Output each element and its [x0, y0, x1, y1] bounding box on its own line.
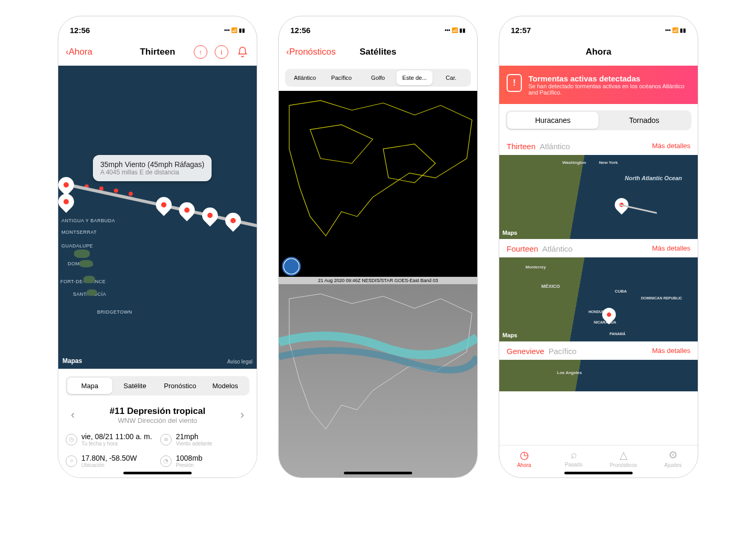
warning-icon: !: [507, 74, 522, 92]
stat-time: ◷vie, 08/21 11:00 a. m.Tu fecha y hora: [66, 432, 155, 446]
storm-mini-map[interactable]: Los Angeles: [499, 360, 698, 391]
satellite-image-visible[interactable]: 21 Aug 2020 09:46Z NESDIS/STAR GOES-East…: [279, 91, 477, 284]
seg-atlantico[interactable]: Atlántico: [287, 70, 323, 85]
back-button[interactable]: ‹ Ahora: [66, 47, 92, 57]
more-details-link[interactable]: Más detalles: [652, 244, 690, 253]
satellite-images: 21 Aug 2020 09:46Z NESDIS/STAR GOES-East…: [279, 91, 477, 477]
seg-huracanes[interactable]: Huracanes: [507, 112, 598, 129]
status-bar: 12:56 ••• 📶 ▮▮: [58, 16, 257, 38]
home-indicator: [344, 472, 412, 474]
storm-mini-map[interactable]: MÉXICO Monterrey CUBA DOMINICAN REPUBLIC…: [499, 257, 698, 341]
bell-icon[interactable]: [236, 45, 249, 59]
phone-screenshot-3: 12:57 ••• 📶 ▮▮ Ahora ! Tormentas activas…: [499, 16, 698, 478]
seg-este[interactable]: Este de...: [396, 70, 433, 85]
seg-pronostico[interactable]: Pronóstico: [158, 378, 203, 394]
alert-title: Tormentas activas detectadas: [528, 74, 690, 83]
apple-maps-credit: Mapas: [62, 357, 82, 365]
statusbar-indicators: ••• 📶 ▮▮: [445, 27, 466, 33]
legal-link[interactable]: Aviso legal: [227, 359, 253, 365]
statusbar-time: 12:57: [511, 26, 531, 35]
nav-bar: ‹ Ahora Thirteen ↑ i: [58, 38, 257, 66]
seg-mapa[interactable]: Mapa: [67, 378, 112, 394]
seg-car[interactable]: Car.: [433, 70, 469, 85]
status-bar: 12:57 ••• 📶 ▮▮: [499, 16, 698, 38]
nav-bar: ‹ Pronósticos Satélites: [279, 38, 477, 66]
storm-stats: ◷vie, 08/21 11:00 a. m.Tu fecha y hora ≋…: [66, 432, 249, 468]
statusbar-indicators: ••• 📶 ▮▮: [665, 27, 686, 33]
view-segmented-control: Mapa Satélite Pronóstico Modelos: [66, 376, 249, 396]
satellite-image-infrared[interactable]: [279, 284, 477, 477]
clock-icon: ◷: [499, 449, 549, 461]
more-details-link[interactable]: Más detalles: [652, 142, 690, 151]
statusbar-time: 12:56: [70, 26, 90, 35]
seg-pacifico[interactable]: Pacífico: [323, 70, 360, 85]
storm-type-segmented-control: Huracanes Tornados: [506, 110, 691, 130]
gear-icon: ⚙: [648, 449, 698, 461]
more-details-link[interactable]: Más detalles: [652, 347, 690, 356]
storm-list[interactable]: ThirteenAtlántico Más detalles Washingto…: [499, 137, 698, 445]
storm-name: Fourteen: [507, 244, 538, 253]
storm-ocean: Atlántico: [540, 142, 570, 151]
clock-icon: ◷: [66, 434, 77, 445]
seg-satelite[interactable]: Satélite: [112, 378, 158, 394]
search-icon: ⌕: [549, 449, 599, 461]
stat-wind: ≋21mphViento adelante: [160, 432, 249, 446]
nav-bar: Ahora: [499, 38, 698, 66]
statusbar-indicators: ••• 📶 ▮▮: [224, 27, 245, 33]
info-icon[interactable]: i: [215, 45, 228, 59]
gauge-icon: ◔: [160, 455, 172, 467]
next-storm-button[interactable]: ›: [235, 405, 249, 425]
tab-pasado[interactable]: ⌕Pasado: [549, 449, 599, 468]
storm-row: GenevievePacífico Más detalles Los Angel…: [499, 341, 698, 391]
phone-screenshot-1: 12:56 ••• 📶 ▮▮ ‹ Ahora Thirteen ↑ i ANTI…: [58, 16, 257, 478]
statusbar-time: 12:56: [290, 26, 310, 35]
storm-name: Genevieve: [507, 347, 544, 356]
status-bar: 12:56 ••• 📶 ▮▮: [279, 16, 477, 38]
page-title: Ahora: [499, 47, 698, 57]
storm-direction: WNW Dirección del viento: [110, 417, 205, 424]
phone-screenshot-2: 12:56 ••• 📶 ▮▮ ‹ Pronósticos Satélites A…: [278, 16, 478, 478]
storm-row: FourteenAtlántico Más detalles MÉXICO Mo…: [499, 239, 698, 341]
storm-name: Thirteen: [507, 142, 536, 151]
region-segmented-control: Atlántico Pacífico Golfo Este de... Car.: [285, 69, 471, 87]
svg-line-1: [620, 205, 657, 215]
wind-icon: ≋: [160, 434, 172, 445]
tab-ahora[interactable]: ◷Ahora: [499, 449, 549, 468]
storm-ocean: Pacífico: [549, 347, 576, 356]
alert-subtitle: Se han detectado tormentas activas en lo…: [528, 83, 690, 96]
seg-modelos[interactable]: Modelos: [203, 378, 248, 394]
share-icon[interactable]: ↑: [194, 45, 207, 59]
storm-row: ThirteenAtlántico Más detalles Washingto…: [499, 137, 698, 239]
tab-pronosticos[interactable]: △Pronósticos: [598, 449, 648, 468]
home-indicator: [564, 472, 633, 474]
storm-selector: ‹ #11 Depresión tropical WNW Dirección d…: [66, 405, 249, 425]
storm-track-map[interactable]: ANTIGUA Y BARBUDA MONTSERRAT GUADALUPE D…: [58, 66, 257, 369]
prev-storm-button[interactable]: ‹: [66, 405, 80, 425]
warning-icon: △: [598, 449, 648, 461]
apple-maps-credit: Maps: [502, 332, 517, 338]
storm-details-panel: Mapa Satélite Pronóstico Modelos ‹ #11 D…: [58, 369, 257, 477]
stat-pressure: ◔1008mbPresión: [160, 454, 249, 468]
storm-mini-map[interactable]: Washington New York North Atlantic Ocean…: [499, 155, 698, 239]
back-button[interactable]: ‹ Pronósticos: [286, 47, 336, 57]
storm-name: #11 Depresión tropical: [110, 406, 205, 417]
storm-ocean: Atlántico: [542, 244, 573, 253]
stat-location: ✧17.80N, -58.50WUbicación: [66, 454, 155, 468]
seg-tornados[interactable]: Tornados: [598, 112, 690, 129]
noaa-logo-icon: [282, 257, 301, 276]
tab-ajustes[interactable]: ⚙Ajustes: [648, 449, 698, 468]
active-storms-alert[interactable]: ! Tormentas activas detectadas Se han de…: [499, 66, 698, 104]
home-indicator: [123, 472, 192, 474]
seg-golfo[interactable]: Golfo: [360, 70, 396, 85]
compass-icon: ✧: [66, 455, 77, 467]
satellite-caption: 21 Aug 2020 09:46Z NESDIS/STAR GOES-East…: [279, 277, 477, 284]
